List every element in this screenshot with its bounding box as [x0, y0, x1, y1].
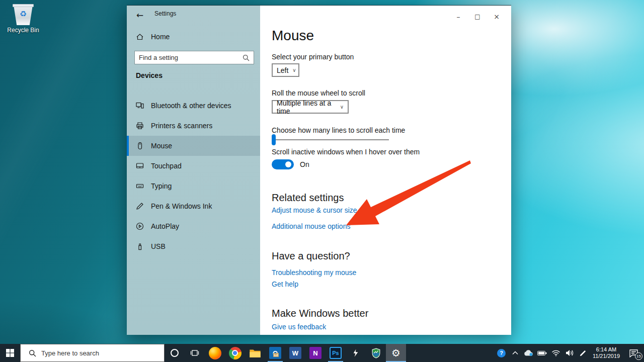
sidebar-item-label: Home	[151, 33, 170, 41]
settings-search-box[interactable]	[134, 51, 254, 64]
bluetooth-devices-icon	[136, 102, 144, 110]
taskbar: O W N Ps ⚙ ?	[0, 344, 644, 362]
taskbar-item-shield-app[interactable]	[366, 344, 386, 362]
window-title: Settings	[154, 10, 176, 17]
battery-icon	[537, 350, 547, 356]
sidebar-item-autoplay[interactable]: AutoPlay	[127, 216, 260, 236]
sidebar-item-printers[interactable]: Printers & scanners	[127, 116, 260, 136]
taskbar-item-file-explorer[interactable]	[245, 344, 265, 362]
recycle-bin-label: Recycle Bin	[4, 27, 42, 34]
shield-icon	[371, 348, 381, 358]
touchpad-icon	[136, 162, 144, 170]
home-icon	[136, 33, 144, 41]
scroll-inactive-toggle[interactable]	[272, 159, 294, 169]
wheel-scroll-dropdown[interactable]: Multiple lines at a time ∨	[272, 100, 349, 114]
recycle-bin-icon[interactable]: ♻ Recycle Bin	[4, 4, 42, 34]
cortana-button[interactable]	[165, 344, 185, 362]
taskbar-item-settings[interactable]: ⚙	[386, 344, 406, 362]
primary-button-value: Left	[277, 66, 288, 74]
link-adjust-mouse-cursor-size[interactable]: Adjust mouse & cursor size	[272, 206, 357, 214]
taskbar-search-box[interactable]	[20, 344, 165, 362]
start-button[interactable]	[0, 344, 20, 362]
chrome-icon	[229, 347, 242, 359]
notification-badge: 15	[635, 352, 642, 360]
sidebar-item-label: Printers & scanners	[151, 122, 212, 130]
taskbar-item-lightning-app[interactable]	[346, 344, 366, 362]
tray-wifi[interactable]	[549, 344, 562, 362]
word-icon: W	[289, 347, 301, 359]
link-additional-mouse-options[interactable]: Additional mouse options	[272, 222, 350, 230]
settings-sidebar: ← Settings Home Devices Blue	[127, 6, 260, 335]
link-troubleshooting-my-mouse[interactable]: Troubleshooting my mouse	[272, 268, 356, 277]
link-give-us-feedback[interactable]: Give us feedback	[272, 323, 326, 331]
sidebar-item-usb[interactable]: USB	[127, 236, 260, 256]
slider-track[interactable]	[272, 139, 389, 140]
window-controls: – □ ×	[449, 10, 506, 24]
taskbar-item-firefox[interactable]	[205, 344, 225, 362]
maximize-button[interactable]: □	[468, 10, 487, 24]
autoplay-icon	[136, 222, 144, 230]
tray-battery[interactable]	[535, 344, 549, 362]
photoshop-icon: Ps	[330, 347, 342, 359]
sidebar-item-home[interactable]: Home	[127, 27, 260, 47]
tray-pen[interactable]	[576, 344, 590, 362]
task-view-button[interactable]	[185, 344, 205, 362]
recycle-bin-rim	[13, 4, 34, 7]
taskbar-item-onenote[interactable]: N	[305, 344, 326, 362]
action-center-button[interactable]: 15	[623, 344, 644, 362]
toggle-state-label: On	[300, 160, 309, 168]
close-button[interactable]: ×	[487, 10, 506, 24]
printer-icon	[136, 122, 144, 130]
sidebar-section-header: Devices	[136, 71, 163, 79]
clock-date: 11/21/2019	[593, 353, 620, 359]
mouse-icon	[136, 142, 144, 150]
wifi-icon	[551, 349, 560, 356]
system-tray: ?	[495, 344, 644, 362]
usb-icon	[136, 242, 144, 250]
help-icon: ?	[497, 349, 506, 357]
slider-thumb[interactable]	[272, 134, 276, 145]
tray-help-button[interactable]: ?	[495, 344, 508, 362]
sidebar-item-label: Touchpad	[151, 162, 182, 170]
lines-to-scroll-slider[interactable]	[272, 134, 389, 145]
tray-show-hidden-icons[interactable]	[508, 344, 522, 362]
chevron-up-icon	[512, 351, 518, 355]
sidebar-item-label: USB	[151, 242, 166, 250]
taskbar-item-photoshop[interactable]: Ps	[326, 344, 346, 362]
scroll-inactive-toggle-row: On	[272, 159, 309, 169]
link-get-help[interactable]: Get help	[272, 280, 298, 288]
primary-button-dropdown[interactable]: Left ∨	[272, 63, 299, 77]
clock-time: 6:14 AM	[596, 346, 616, 353]
windows-logo-icon	[6, 349, 14, 357]
sidebar-item-bluetooth[interactable]: Bluetooth & other devices	[127, 96, 260, 116]
tray-clock[interactable]: 6:14 AM 11/21/2019	[590, 344, 623, 362]
sidebar-item-label: Bluetooth & other devices	[151, 102, 231, 110]
related-settings-heading: Related settings	[272, 192, 344, 204]
back-button[interactable]: ←	[133, 9, 147, 22]
search-icon	[243, 54, 250, 61]
desktop: ♻ Recycle Bin ← Settings Home Devi	[0, 0, 644, 362]
sidebar-item-pen[interactable]: Pen & Windows Ink	[127, 196, 260, 216]
minimize-button[interactable]: –	[449, 10, 468, 24]
settings-search-input[interactable]	[135, 51, 243, 64]
file-explorer-icon	[249, 348, 261, 358]
tray-onedrive[interactable]	[522, 344, 535, 362]
settings-content: – □ × Mouse Select your primary button L…	[260, 6, 511, 335]
taskbar-item-outlook[interactable]: O	[265, 344, 285, 362]
cloud-icon	[524, 349, 534, 356]
sidebar-item-label: Typing	[151, 182, 172, 190]
tray-volume[interactable]	[562, 344, 576, 362]
taskbar-item-word[interactable]: W	[285, 344, 305, 362]
scroll-inactive-label: Scroll inactive windows when I hover ove…	[272, 148, 420, 156]
sidebar-item-typing[interactable]: Typing	[127, 176, 260, 196]
recycle-symbol-icon: ♻	[13, 9, 33, 19]
lightning-icon	[353, 348, 359, 358]
taskbar-search-input[interactable]	[41, 349, 164, 357]
sidebar-item-mouse[interactable]: Mouse	[127, 136, 260, 156]
sidebar-item-touchpad[interactable]: Touchpad	[127, 156, 260, 176]
pen-icon	[136, 202, 144, 210]
taskbar-item-chrome[interactable]	[225, 344, 245, 362]
toggle-knob	[285, 161, 291, 167]
wheel-scroll-value: Multiple lines at a time	[277, 99, 336, 115]
have-a-question-heading: Have a question?	[272, 250, 350, 262]
